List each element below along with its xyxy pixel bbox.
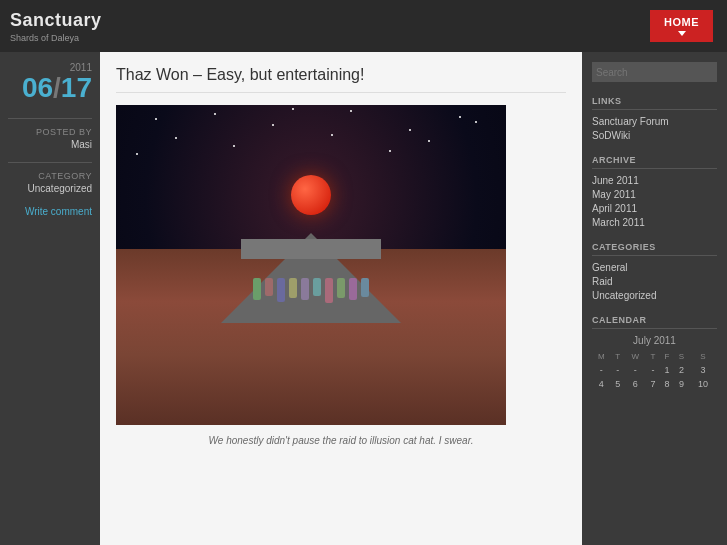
posted-by-label: POSTED BY (8, 127, 92, 137)
right-sidebar: 🔍 LINKS Sanctuary Forum SoDWiki ARCHIVE … (582, 52, 727, 545)
cal-cell-2: 2 (674, 363, 689, 377)
post-slash: / (53, 72, 61, 103)
cal-cell-9: 9 (674, 377, 689, 391)
archive-section: ARCHIVE June 2011 May 2011 April 2011 Ma… (592, 155, 717, 228)
post-day-month: 06/17 (8, 73, 92, 104)
calendar-title: CALENDAR (592, 315, 717, 329)
cal-cell-10: 10 (689, 377, 717, 391)
cal-header-w: W (625, 350, 646, 363)
left-sidebar: 2011 06/17 POSTED BY Masi CATEGORY Uncat… (0, 52, 100, 545)
write-comment-link[interactable]: Write comment (8, 206, 92, 217)
cal-header-m: M (592, 350, 611, 363)
cal-cell-empty4: - (646, 363, 660, 377)
post-caption: We honestly didn't pause the raid to ill… (116, 435, 566, 446)
home-button[interactable]: HOME (650, 10, 713, 42)
site-title: Sanctuary (10, 10, 102, 31)
cal-header-t1: T (611, 350, 625, 363)
links-section: LINKS Sanctuary Forum SoDWiki (592, 96, 717, 141)
cal-cell-empty1: - (592, 363, 611, 377)
cal-header-t2: T (646, 350, 660, 363)
posted-by-block: POSTED BY Masi (8, 118, 92, 150)
calendar-table: M T W T F S S - - - - 1 (592, 350, 717, 391)
orb-layer (291, 175, 331, 215)
links-title: LINKS (592, 96, 717, 110)
cal-header-f: F (660, 350, 674, 363)
sidebar-archive-june2011[interactable]: June 2011 (592, 175, 717, 186)
post-author: Masi (8, 139, 92, 150)
archive-title: ARCHIVE (592, 155, 717, 169)
search-input[interactable] (592, 65, 727, 80)
post-image (116, 105, 506, 425)
cal-cell-empty2: - (611, 363, 625, 377)
search-box[interactable]: 🔍 (592, 62, 717, 82)
cal-header-s1: S (674, 350, 689, 363)
sidebar-cat-general[interactable]: General (592, 262, 717, 273)
sidebar-link-sodwiki[interactable]: SoDWiki (592, 130, 717, 141)
sidebar-link-sanctuary-forum[interactable]: Sanctuary Forum (592, 116, 717, 127)
sidebar-archive-march2011[interactable]: March 2011 (592, 217, 717, 228)
post-category: Uncategorized (8, 183, 92, 194)
category-label: CATEGORY (8, 171, 92, 181)
site-subtitle: Shards of Daleya (10, 33, 102, 43)
main-post-area: Thaz Won – Easy, but entertaining! (100, 52, 582, 545)
category-block: CATEGORY Uncategorized (8, 162, 92, 194)
post-date: 2011 06/17 (8, 62, 92, 104)
categories-section: CATEGORIES General Raid Uncategorized (592, 242, 717, 301)
post-month: 17 (61, 72, 92, 103)
cal-cell-4: 4 (592, 377, 611, 391)
cal-cell-6: 6 (625, 377, 646, 391)
characters-layer (253, 278, 369, 303)
post-image-bg (116, 105, 506, 425)
content-area: 2011 06/17 POSTED BY Masi CATEGORY Uncat… (0, 52, 727, 545)
cal-cell-8: 8 (660, 377, 674, 391)
sidebar-archive-april2011[interactable]: April 2011 (592, 203, 717, 214)
cal-cell-7: 7 (646, 377, 660, 391)
cal-cell-1: 1 (660, 363, 674, 377)
cal-header-s2: S (689, 350, 717, 363)
sidebar-archive-may2011[interactable]: May 2011 (592, 189, 717, 200)
cal-cell-5: 5 (611, 377, 625, 391)
calendar-section: CALENDAR July 2011 M T W T F S S (592, 315, 717, 391)
post-day: 06 (22, 72, 53, 103)
sidebar-cat-uncategorized[interactable]: Uncategorized (592, 290, 717, 301)
cal-cell-empty3: - (625, 363, 646, 377)
header: Sanctuary Shards of Daleya HOME (0, 0, 727, 52)
categories-title: CATEGORIES (592, 242, 717, 256)
home-dropdown-arrow (678, 31, 686, 36)
post-title: Thaz Won – Easy, but entertaining! (116, 66, 566, 93)
platform-layer (241, 239, 381, 259)
cal-cell-3: 3 (689, 363, 717, 377)
sidebar-cat-raid[interactable]: Raid (592, 276, 717, 287)
calendar-row-2: 4 5 6 7 8 9 10 (592, 377, 717, 391)
site-title-area: Sanctuary Shards of Daleya (10, 10, 102, 43)
calendar-month: July 2011 (592, 335, 717, 346)
calendar-row-1: - - - - 1 2 3 (592, 363, 717, 377)
